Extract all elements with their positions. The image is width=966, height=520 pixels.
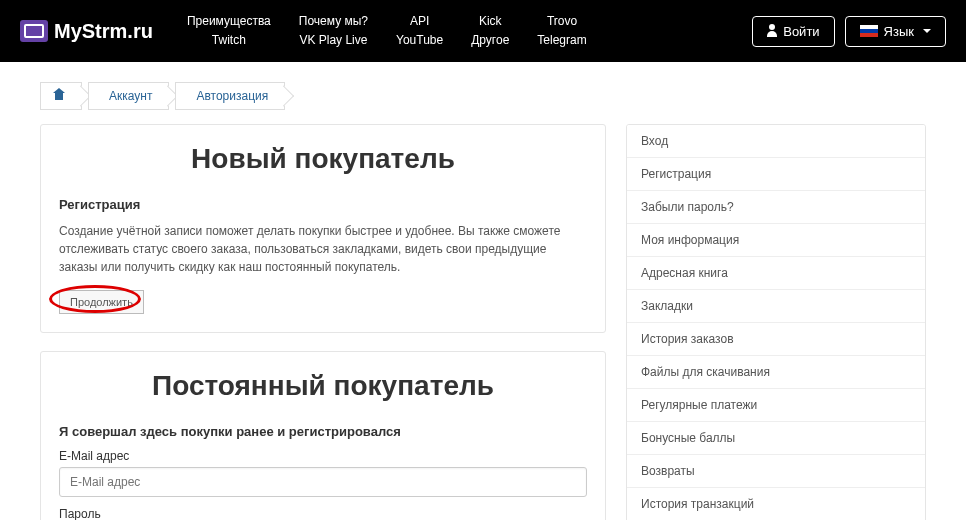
- returning-title: Постоянный покупатель: [59, 370, 587, 402]
- sidebar-item-bookmarks[interactable]: Закладки: [627, 290, 925, 323]
- returning-subtitle: Я совершал здесь покупки ранее и регистр…: [59, 424, 587, 439]
- nav-item[interactable]: KickДругое: [457, 12, 523, 50]
- language-button[interactable]: Язык: [845, 16, 946, 47]
- new-customer-panel: Новый покупатель Регистрация Создание уч…: [40, 124, 606, 333]
- twitch-icon: [20, 20, 48, 42]
- home-icon: [53, 90, 65, 100]
- email-label: E-Mail адрес: [59, 449, 587, 463]
- nav-item[interactable]: TrovoTelegram: [523, 12, 600, 50]
- chevron-down-icon: [923, 29, 931, 33]
- breadcrumb-home[interactable]: [40, 82, 82, 110]
- new-customer-title: Новый покупатель: [59, 143, 587, 175]
- main-content: Новый покупатель Регистрация Создание уч…: [40, 124, 606, 520]
- sidebar-item-forgot[interactable]: Забыли пароль?: [627, 191, 925, 224]
- sidebar-item-transactions[interactable]: История транзакций: [627, 488, 925, 520]
- sidebar-item-recurring[interactable]: Регулярные платежи: [627, 389, 925, 422]
- sidebar-item-register[interactable]: Регистрация: [627, 158, 925, 191]
- header-right: Войти Язык: [752, 16, 946, 47]
- login-label: Войти: [783, 24, 819, 39]
- registration-subtitle: Регистрация: [59, 197, 587, 212]
- sidebar-item-returns[interactable]: Возвраты: [627, 455, 925, 488]
- brand-text: MyStrm.ru: [54, 20, 153, 43]
- sidebar-item-bonus[interactable]: Бонусные баллы: [627, 422, 925, 455]
- lang-label: Язык: [884, 24, 914, 39]
- site-logo[interactable]: MyStrm.ru: [20, 20, 153, 43]
- nav-item[interactable]: APIYouTube: [382, 12, 457, 50]
- breadcrumb-auth[interactable]: Авторизация: [175, 82, 285, 110]
- person-icon: [767, 26, 777, 36]
- password-label: Пароль: [59, 507, 587, 520]
- sidebar-item-orders[interactable]: История заказов: [627, 323, 925, 356]
- returning-customer-panel: Постоянный покупатель Я совершал здесь п…: [40, 351, 606, 520]
- sidebar-item-login[interactable]: Вход: [627, 125, 925, 158]
- login-button[interactable]: Войти: [752, 16, 834, 47]
- account-sidebar: Вход Регистрация Забыли пароль? Моя инфо…: [626, 124, 926, 520]
- main-nav: ПреимуществаTwitch Почему мы?VK Play Liv…: [173, 12, 752, 50]
- flag-ru-icon: [860, 25, 878, 37]
- sidebar-item-myinfo[interactable]: Моя информация: [627, 224, 925, 257]
- nav-item[interactable]: Почему мы?VK Play Live: [285, 12, 382, 50]
- nav-item[interactable]: ПреимуществаTwitch: [173, 12, 285, 50]
- registration-desc: Создание учётной записи поможет делать п…: [59, 222, 587, 276]
- sidebar-item-address[interactable]: Адресная книга: [627, 257, 925, 290]
- breadcrumb: Аккаунт Авторизация: [40, 82, 926, 110]
- sidebar-list: Вход Регистрация Забыли пароль? Моя инфо…: [626, 124, 926, 520]
- breadcrumb-account[interactable]: Аккаунт: [88, 82, 169, 110]
- sidebar-item-downloads[interactable]: Файлы для скачивания: [627, 356, 925, 389]
- top-navbar: MyStrm.ru ПреимуществаTwitch Почему мы?V…: [0, 0, 966, 62]
- continue-button[interactable]: Продолжить: [59, 290, 144, 314]
- email-field[interactable]: [59, 467, 587, 497]
